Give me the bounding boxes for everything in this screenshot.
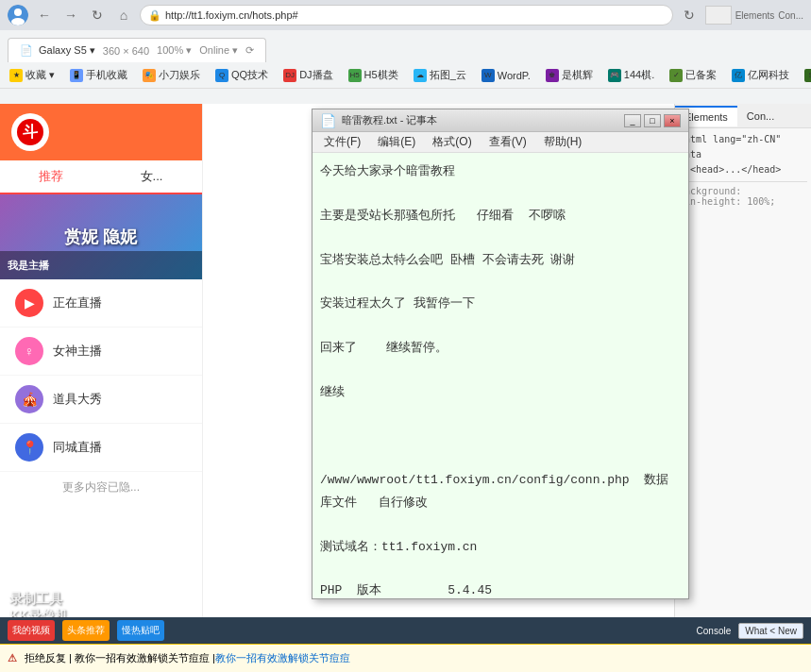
reload-button[interactable]: ↻ — [87, 5, 108, 25]
banner-title: 赏妮 隐妮 — [64, 226, 137, 248]
notification-link[interactable]: 教你一招有效激解锁关节痘痘 — [215, 651, 350, 665]
nav-icon-zhibo: ▶ — [15, 289, 43, 317]
bookmark-cloud[interactable]: ☁ 拓图_云 — [408, 66, 472, 84]
extensions-area — [705, 6, 732, 25]
svg-text:斗: 斗 — [23, 124, 39, 140]
bookmark-somd5[interactable]: S SOMD5 — [799, 67, 811, 84]
notepad-titlebar: 📄 暗雷教程.txt - 记事本 _ □ × — [313, 109, 688, 132]
menu-view[interactable]: 查看(V) — [482, 132, 534, 152]
website-sidebar: 斗 推荐 女... 我是主播 赏妮 隐妮 ▶ 正在直播 — [0, 104, 203, 672]
devtools-code-line1: <html lang="zh-CN" data — [679, 132, 807, 162]
nav-label-nvzhu: 女神主播 — [53, 343, 102, 360]
whats-new-button[interactable]: What < New — [738, 623, 803, 639]
tab-tuijian[interactable]: 推荐 — [0, 160, 101, 194]
bookmark-h5[interactable]: H5 H5棋类 — [343, 66, 404, 84]
notepad-window: 📄 暗雷教程.txt - 记事本 _ □ × 文件(F) 编辑(E) 格式(O)… — [312, 109, 689, 599]
home-button[interactable]: ⌂ — [113, 5, 134, 25]
bookmark-beian[interactable]: ✓ 已备案 — [664, 66, 722, 84]
nav-icon-daoju: 🎪 — [15, 385, 43, 413]
notification-bar: ⚠ 拒绝反复 | 教你一招有效激解锁关节痘痘 | 教你一招有效激解锁关节痘痘 — [0, 644, 811, 672]
devtools-toggle[interactable]: Elements — [735, 10, 775, 21]
svg-point-2 — [11, 18, 25, 25]
taskbar-myvideos[interactable]: 我的视频 — [8, 620, 55, 641]
user-avatar — [8, 5, 28, 25]
bookmarks-bar: ★ 收藏▾ 📱 手机收藏 🎭 小刀娱乐 Q QQ技术 DJ DJ播盘 H5 H5… — [0, 62, 811, 89]
bookmark-qihui[interactable]: ♚ 是棋辉 — [540, 66, 599, 84]
notepad-menubar: 文件(F) 编辑(E) 格式(O) 查看(V) 帮助(H) — [313, 132, 688, 153]
sidebar-tabs: 推荐 女... — [0, 160, 202, 194]
tab-title: Galaxy S5 ▾ — [39, 44, 95, 57]
nav-nvzhu[interactable]: ♀ 女神主播 — [0, 328, 202, 376]
close-button[interactable]: × — [664, 114, 681, 127]
bookmark-yiwang[interactable]: 亿 亿网科技 — [726, 66, 795, 84]
devtools-console-label[interactable]: Console — [697, 626, 732, 636]
nav-label-zhibo: 正在直播 — [53, 294, 102, 311]
bookmark-144[interactable]: 🎮 144棋. — [602, 66, 660, 84]
menu-help[interactable]: 帮助(H) — [536, 132, 590, 152]
devtools-tab-console[interactable]: Con... — [737, 107, 784, 126]
sidebar-header: 斗 — [0, 104, 202, 160]
bookmark-mobile[interactable]: 📱 手机收藏 — [64, 66, 133, 84]
bookmark-dj[interactable]: DJ DJ播盘 — [278, 66, 338, 84]
notification-icon: ⚠ — [8, 652, 17, 664]
bookmark-wp[interactable]: W WordP. — [476, 67, 536, 84]
devtools-tabs: Elements Con... — [675, 104, 811, 128]
notepad-title: 暗雷教程.txt - 记事本 — [342, 113, 437, 127]
devtools-panel: Elements Con... <html lang="zh-CN" data … — [674, 104, 811, 672]
tabs-bar: 📄 Galaxy S5 ▾ 360 × 640 100% ▾ Online ▾ … — [0, 30, 811, 62]
nav-tongcheng[interactable]: 📍 同城直播 — [0, 424, 202, 472]
nav-daoju[interactable]: 🎪 道具大秀 — [0, 376, 202, 424]
sync-button[interactable]: ↻ — [679, 5, 700, 25]
address-bar[interactable]: 🔒 http://tt1.foxiym.cn/hots.php# — [140, 5, 673, 25]
devtools-code-line2: <head>...</head> — [679, 162, 807, 177]
taskbar-tieba[interactable]: 慢热贴吧 — [117, 620, 164, 641]
maximize-button[interactable]: □ — [644, 114, 661, 127]
bottom-info-bar: 我的视频 头条推荐 慢热贴吧 Console What < New — [0, 617, 811, 644]
nav-label-tongcheng: 同城直播 — [53, 439, 102, 456]
banner-text: 我是主播 — [8, 259, 49, 273]
notification-text: 拒绝反复 | 教你一招有效激解锁关节痘痘 | — [25, 651, 215, 665]
active-tab[interactable]: 📄 Galaxy S5 ▾ 360 × 640 100% ▾ Online ▾ … — [8, 38, 266, 62]
bookmark-xiaodao[interactable]: 🎭 小刀娱乐 — [137, 66, 206, 84]
sidebar-more: 更多内容已隐... — [0, 472, 202, 503]
svg-point-1 — [14, 8, 22, 16]
notepad-content[interactable]: 今天给大家录个暗雷教程 主要是受站长那骚包所托 仔细看 不啰嗦 宝塔安装总太特么… — [313, 153, 688, 598]
nav-icon-nvzhu: ♀ — [15, 337, 43, 365]
menu-edit[interactable]: 编辑(E) — [370, 132, 423, 152]
bookmark-qq[interactable]: Q QQ技术 — [210, 66, 274, 84]
browser-nav-bar: ← → ↻ ⌂ 🔒 http://tt1.foxiym.cn/hots.php#… — [0, 0, 811, 30]
nav-icon-tongcheng: 📍 — [15, 433, 43, 462]
browser-chrome: ← → ↻ ⌂ 🔒 http://tt1.foxiym.cn/hots.php#… — [0, 0, 811, 104]
taskbar-toutiao[interactable]: 头条推荐 — [62, 620, 110, 641]
forward-button[interactable]: → — [60, 5, 81, 25]
devtools-content: <html lang="zh-CN" data <head>...</head>… — [675, 128, 811, 210]
bookmark-shoucang[interactable]: ★ 收藏▾ — [4, 66, 60, 84]
menu-format[interactable]: 格式(O) — [425, 132, 479, 152]
address-text: http://tt1.foxiym.cn/hots.php# — [165, 9, 298, 21]
minimize-button[interactable]: _ — [624, 114, 641, 127]
tab-nu[interactable]: 女... — [101, 160, 202, 193]
site-logo: 斗 — [11, 113, 49, 151]
nav-label-daoju: 道具大秀 — [53, 391, 102, 408]
devtools-css-section: background: min-height: 100%; — [679, 181, 807, 207]
window-controls: _ □ × — [624, 114, 681, 127]
sidebar-banner: 我是主播 赏妮 隐妮 — [0, 194, 202, 279]
menu-file[interactable]: 文件(F) — [316, 132, 368, 152]
console-toggle[interactable]: Con... — [778, 10, 803, 21]
webpage-area: 斗 推荐 女... 我是主播 赏妮 隐妮 ▶ 正在直播 — [0, 104, 811, 672]
nav-zhibo[interactable]: ▶ 正在直播 — [0, 279, 202, 328]
back-button[interactable]: ← — [34, 5, 55, 25]
